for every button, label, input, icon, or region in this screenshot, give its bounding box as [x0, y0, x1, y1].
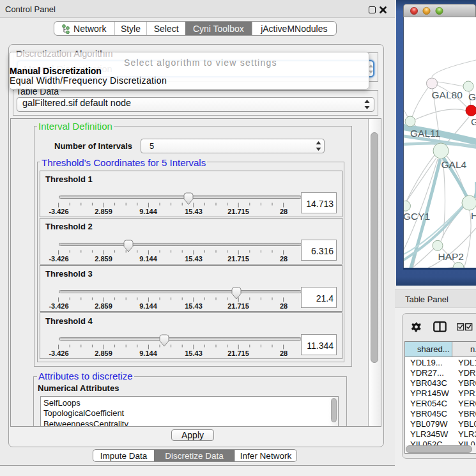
svg-text:GA: GA	[468, 91, 476, 102]
svg-text:H: H	[471, 210, 476, 221]
svg-text:G: G	[471, 116, 476, 127]
svg-text:GCY1: GCY1	[403, 211, 430, 222]
svg-text:GAL80: GAL80	[431, 89, 463, 100]
svg-text:HAP2: HAP2	[438, 251, 464, 262]
svg-text:GAL11: GAL11	[410, 128, 440, 139]
svg-text:GAL4: GAL4	[441, 159, 466, 170]
